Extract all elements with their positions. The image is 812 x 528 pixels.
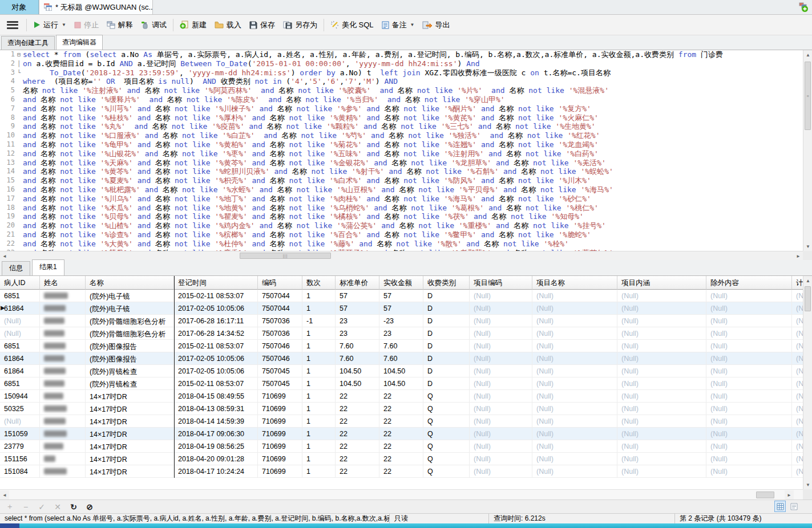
code-line[interactable]: 12and 名称 not like '%山银花%' and 名称 not lik…	[0, 149, 803, 159]
table-cell[interactable]: 7507045	[258, 365, 302, 377]
table-cell[interactable]	[40, 290, 86, 302]
table-cell[interactable]: 23	[336, 327, 379, 340]
export-button[interactable]: 导出	[418, 17, 454, 33]
table-cell[interactable]: 151059	[0, 428, 40, 440]
table-cell[interactable]: 1	[302, 428, 336, 440]
table-cell[interactable]: (Null)	[470, 290, 532, 302]
code-line[interactable]: 22and 名称 not like '%大黄%' and 名称 not like…	[0, 239, 803, 249]
table-cell[interactable]: (Null)	[706, 365, 792, 377]
beautify-sql-button[interactable]: 美化 SQL	[326, 17, 378, 33]
tab-query-builder[interactable]: 查询创建工具	[1, 36, 55, 50]
table-cell[interactable]: 23779	[0, 440, 40, 453]
table-cell[interactable]: (院外)电子镜	[86, 290, 174, 302]
table-cell[interactable]: (院外)电子镜	[86, 302, 174, 315]
table-cell[interactable]: (院外)骨髓细胞彩色分析	[86, 327, 174, 340]
table-cell[interactable]: (Null)	[617, 365, 706, 377]
table-cell[interactable]: (Null)	[532, 465, 617, 478]
table-cell[interactable]: (Null)	[617, 327, 706, 340]
table-cell[interactable]: (Null)	[532, 428, 617, 440]
table-cell[interactable]	[40, 390, 86, 403]
tab-query-editor[interactable]: 查询编辑器	[56, 35, 103, 50]
code-line[interactable]: 8and 名称 not like '%桂枝%' and 名称 not like …	[0, 113, 803, 123]
sql-editor[interactable]: 1⊟select * from (select a.No As 单据号, a.实…	[0, 50, 803, 251]
code-line[interactable]: 9and 名称 not like '%丸%' and 名称 not like '…	[0, 122, 803, 131]
refresh-icon[interactable]: ↻	[70, 502, 78, 511]
column-header[interactable]: 登记时间	[174, 276, 258, 290]
table-cell[interactable]: 50325	[0, 403, 40, 415]
table-cell[interactable]: (Null)	[617, 440, 706, 453]
table-cell[interactable]: (Null)	[470, 403, 532, 415]
table-cell[interactable]: (Null)	[706, 315, 792, 327]
table-cell[interactable]: (Null)	[617, 315, 706, 327]
table-cell[interactable]	[40, 440, 86, 453]
table-cell[interactable]: (Null)	[470, 440, 532, 453]
table-cell[interactable]: 2015-02-11 08:53:07	[174, 340, 258, 352]
table-cell[interactable]: 57	[379, 302, 423, 315]
table-cell[interactable]	[40, 327, 86, 340]
table-cell[interactable]: 22	[379, 403, 423, 415]
table-cell[interactable]: 22	[379, 440, 423, 453]
table-row[interactable]: 5032514×17吋DR2018-04-13 08:59:3171069912…	[0, 403, 803, 415]
table-cell[interactable]: 7507046	[258, 340, 302, 352]
column-header[interactable]: 实收金额	[379, 276, 423, 290]
table-cell[interactable]: (Null)	[617, 390, 706, 403]
table-cell[interactable]: 22	[379, 415, 423, 428]
table-cell[interactable]: (Null)	[617, 415, 706, 428]
table-cell[interactable]: (Null)	[532, 340, 617, 352]
run-button[interactable]: 运行▼	[29, 17, 70, 33]
tab-query-document[interactable]: * 无标题 @WJWGUNAN (sc...	[39, 0, 153, 14]
scroll-down-icon[interactable]: ▼	[803, 242, 812, 251]
table-cell[interactable]: 6851	[0, 377, 40, 390]
code-line[interactable]: 19and 名称 not like '%贝母%' and 名称 not like…	[0, 212, 803, 221]
table-cell[interactable]: (Null)	[470, 415, 532, 428]
grid-hscrollbar[interactable]: ◄ ►	[0, 489, 803, 499]
scroll-down-icon[interactable]: ▼	[803, 480, 812, 489]
table-cell[interactable]: 7.60	[379, 352, 423, 365]
table-cell[interactable]: 14×17吋DR	[86, 465, 174, 478]
table-cell[interactable]: 57	[379, 290, 423, 302]
table-cell[interactable]: (Null)	[0, 327, 40, 340]
table-cell[interactable]: 104.50	[379, 365, 423, 377]
table-row[interactable]: 6851(院外)电子镜2015-02-11 08:53:077507044157…	[0, 290, 803, 302]
table-cell[interactable]: 1	[302, 465, 336, 478]
load-button[interactable]: 载入	[211, 17, 245, 33]
code-line[interactable]: 16and 名称 not like '%枇杷露%' and 名称 not lik…	[0, 185, 803, 194]
table-cell[interactable]: 2018-04-14 14:59:39	[174, 415, 258, 428]
code-line[interactable]: 1⊟select * from (select a.No As 单据号, a.实…	[0, 50, 803, 59]
table-cell[interactable]: 22	[336, 428, 379, 440]
table-cell[interactable]: 710699	[258, 428, 302, 440]
table-cell[interactable]: Q	[423, 453, 470, 465]
table-cell[interactable]: 710699	[258, 465, 302, 478]
table-cell[interactable]: (Null)	[532, 377, 617, 390]
table-cell[interactable]: (Null)	[706, 377, 792, 390]
table-cell[interactable]: Q	[423, 415, 470, 428]
table-cell[interactable]: (Null)	[792, 352, 803, 365]
column-header[interactable]: 收费类别	[423, 276, 470, 290]
new-query-button[interactable]: 新建	[176, 17, 211, 33]
table-cell[interactable]: 710699	[258, 453, 302, 465]
table-cell[interactable]: (Null)	[532, 453, 617, 465]
table-cell[interactable]: 2018-04-19 08:56:25	[174, 440, 258, 453]
table-cell[interactable]: (Null)	[706, 440, 792, 453]
table-cell[interactable]: 1	[302, 327, 336, 340]
table-cell[interactable]: D	[423, 352, 470, 365]
table-cell[interactable]: 2018-04-17 10:24:24	[174, 465, 258, 478]
table-cell[interactable]: D	[423, 327, 470, 340]
table-cell[interactable]: 151084	[0, 465, 40, 478]
column-header[interactable]: 项目名称	[532, 276, 617, 290]
table-cell[interactable]: (Null)	[470, 352, 532, 365]
table-cell[interactable]: (Null)	[706, 340, 792, 352]
table-cell[interactable]: 14×17吋DR	[86, 390, 174, 403]
table-cell[interactable]: 22	[336, 390, 379, 403]
table-row[interactable]: 61864(院外)胃镜检查2017-02-05 10:05:0675070451…	[0, 365, 803, 377]
table-cell[interactable]: (Null)	[792, 315, 803, 327]
table-cell[interactable]: (Null)	[617, 453, 706, 465]
table-cell[interactable]: (Null)	[470, 302, 532, 315]
table-cell[interactable]: 2018-04-20 09:01:28	[174, 453, 258, 465]
table-cell[interactable]: (Null)	[617, 403, 706, 415]
table-cell[interactable]: 710699	[258, 440, 302, 453]
table-cell[interactable]: 7507045	[258, 377, 302, 390]
table-cell[interactable]: (Null)	[792, 440, 803, 453]
scroll-left-icon[interactable]: ◄	[0, 490, 9, 499]
grid-view-toggle[interactable]	[774, 501, 786, 512]
